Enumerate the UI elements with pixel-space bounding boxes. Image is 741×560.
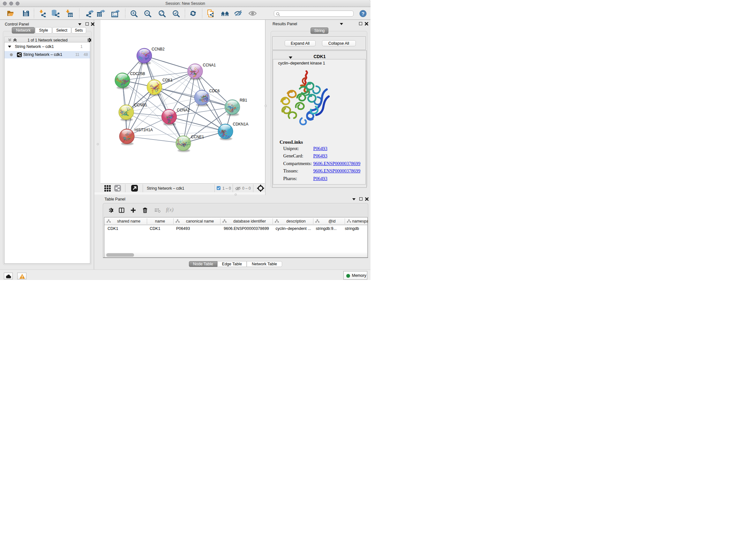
svg-text:CDC25B: CDC25B: [130, 71, 145, 76]
svg-text:CCNB2: CCNB2: [151, 47, 165, 51]
svg-text:HIST1H1A: HIST1H1A: [135, 128, 153, 132]
svg-text:CDC6: CDC6: [209, 89, 220, 93]
svg-text:CDK1: CDK1: [162, 78, 173, 82]
svg-text:CCNA2: CCNA2: [177, 108, 190, 112]
svg-text:CDKN1A: CDKN1A: [233, 122, 249, 126]
svg-text:CCNA1: CCNA1: [203, 63, 216, 67]
svg-text:CCNB1: CCNB1: [134, 103, 147, 107]
svg-text:CCNE1: CCNE1: [191, 135, 204, 139]
svg-text:?: ?: [361, 11, 364, 16]
svg-text:RB1: RB1: [240, 98, 247, 103]
